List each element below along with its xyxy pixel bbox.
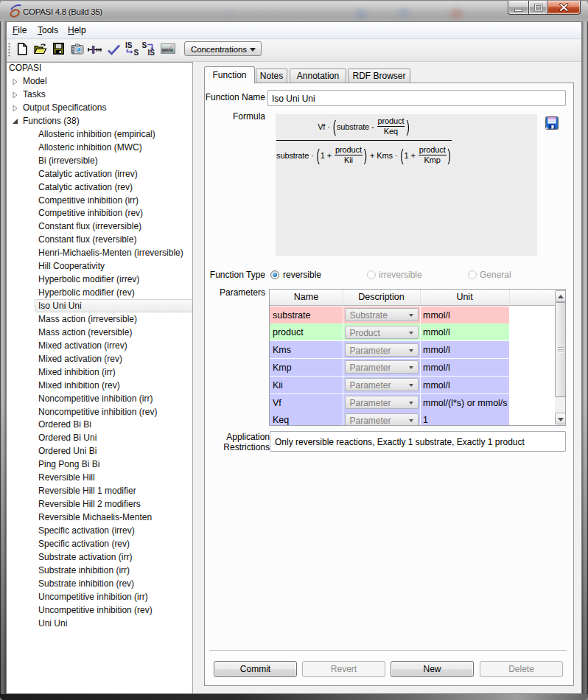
svg-text:IS: IS: [125, 41, 133, 49]
svg-text:IS: IS: [148, 49, 155, 56]
svg-text:S: S: [134, 49, 139, 56]
svg-text:S: S: [142, 41, 147, 49]
svg-text:MIRIAM: MIRIAM: [162, 49, 174, 52]
